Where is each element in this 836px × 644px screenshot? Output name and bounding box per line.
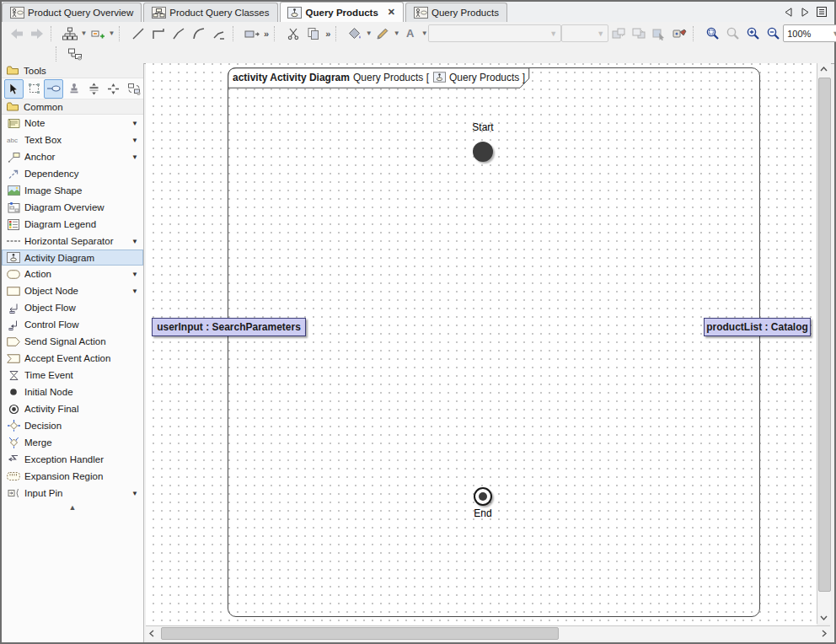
fit-shape-size-icon[interactable] (242, 24, 262, 43)
palette-scroll-up-button[interactable]: ▲ (2, 502, 143, 513)
palette-item-expansion-region[interactable]: Expansion Region (2, 468, 143, 485)
activity-final-node[interactable] (474, 487, 492, 506)
palette-item-exception-handler[interactable]: Exception Handler (2, 451, 143, 468)
chevron-down-icon[interactable]: ▼ (131, 120, 143, 127)
copy-icon[interactable] (303, 24, 324, 43)
palette-item-note[interactable]: Note ▼ (2, 115, 143, 131)
magnet-tool[interactable] (104, 79, 124, 99)
back-icon[interactable] (7, 24, 27, 43)
format-copier-icon[interactable] (669, 24, 689, 43)
diagram-canvas[interactable]: activity Activity Diagram Query Products… (146, 63, 817, 625)
font-color-icon[interactable]: A (400, 24, 421, 43)
scroll-up-icon[interactable] (817, 63, 830, 75)
palette-item-dependency[interactable]: Dependency (2, 165, 143, 182)
activity-diagram-frame[interactable] (228, 67, 760, 617)
more-buttons-icon[interactable]: » (324, 29, 332, 39)
send-to-back-icon[interactable] (629, 24, 649, 43)
palette-item-send-signal-action[interactable]: Send Signal Action (2, 333, 143, 350)
font-name-combo[interactable]: ▼ (428, 24, 561, 42)
oblique-connector-style-icon[interactable] (169, 24, 189, 43)
next-tab-icon[interactable] (799, 6, 811, 19)
pan-tool[interactable] (44, 79, 63, 99)
bring-to-front-icon[interactable] (608, 24, 629, 43)
chevron-down-icon[interactable]: ▼ (131, 271, 143, 278)
tab-product-query-overview[interactable]: Product Query Overview (2, 3, 142, 22)
zoom-selection-icon[interactable] (722, 24, 742, 43)
palette-item-object-node[interactable]: Object Node ▼ (2, 282, 143, 299)
tab-query-products-usecase[interactable]: Query Products (405, 3, 507, 22)
object-node-userinput[interactable]: userInput : SearchParameters (152, 318, 306, 336)
previous-tab-icon[interactable] (782, 6, 794, 19)
palette-item-merge[interactable]: Merge (2, 434, 143, 451)
vertical-scrollbar-thumb[interactable] (818, 78, 831, 592)
palette-item-input-pin[interactable]: Input Pin ▼ (2, 485, 143, 502)
palette-section-activity-diagram[interactable]: Activity Diagram (2, 250, 143, 266)
layout-diagram-icon[interactable] (60, 24, 80, 43)
chevron-down-icon[interactable]: ▼ (131, 238, 143, 245)
zoom-level-combo[interactable]: 100%▼ (783, 24, 836, 42)
palette-item-horizontal-separator[interactable]: Horizontal Separator ▼ (2, 233, 143, 250)
palette-item-text-box[interactable]: abc Text Box ▼ (2, 131, 143, 148)
tab-query-products-activity[interactable]: Query Products ✕ (280, 2, 405, 22)
round-oblique-connector-style-icon[interactable] (209, 24, 229, 43)
sweeper-tool[interactable] (84, 79, 104, 99)
palette-item-activity-final[interactable]: Activity Final (2, 400, 143, 417)
zoom-out-icon[interactable] (763, 24, 783, 43)
chevron-down-icon[interactable]: ▼ (108, 30, 115, 37)
palette-item-decision[interactable]: Decision (2, 417, 143, 434)
palette-section-tools[interactable]: Tools (2, 63, 143, 78)
tab-list-icon[interactable] (816, 6, 828, 19)
horizontal-scrollbar-thumb[interactable] (161, 627, 559, 640)
palette-item-image-shape[interactable]: Image Shape (2, 182, 143, 199)
frame-title[interactable]: activity Activity Diagram Query Products… (233, 71, 525, 83)
chevron-down-icon[interactable]: ▼ (131, 137, 143, 144)
stamper-tool[interactable] (64, 79, 83, 99)
scroll-left-icon[interactable] (146, 626, 158, 640)
add-related-element-icon[interactable] (88, 24, 108, 43)
palette-item-initial-node[interactable]: Initial Node (2, 384, 143, 400)
chevron-down-icon[interactable]: ▼ (393, 30, 400, 37)
chevron-down-icon[interactable]: ▼ (131, 287, 143, 295)
chevron-down-icon[interactable]: ▼ (421, 30, 428, 37)
font-size-combo[interactable]: ▼ (561, 24, 608, 42)
tab-navigation (775, 2, 834, 22)
palette-item-object-flow[interactable]: Object Flow (2, 299, 143, 316)
select-in-browser-icon[interactable] (649, 24, 669, 43)
related-elements-icon[interactable] (65, 45, 85, 63)
palette-item-diagram-overview[interactable]: Diagram Overview (2, 199, 143, 216)
marquee-selection-tool[interactable] (24, 79, 44, 99)
rectilinear-connector-style-icon[interactable] (148, 24, 169, 43)
palette-item-accept-event-action[interactable]: Accept Event Action (2, 350, 143, 367)
horizontal-scrollbar[interactable] (146, 625, 830, 641)
curved-connector-style-icon[interactable] (189, 24, 209, 43)
tab-product-query-classes[interactable]: Product Query Classes (143, 3, 277, 22)
scroll-right-icon[interactable] (818, 626, 830, 640)
chevron-down-icon[interactable]: ▼ (365, 30, 372, 37)
cursor-tool[interactable] (4, 79, 24, 99)
initial-node[interactable] (473, 142, 493, 162)
palette-item-action[interactable]: Action ▼ (2, 266, 143, 282)
line-color-icon[interactable] (372, 24, 393, 43)
straight-connector-style-icon[interactable] (128, 24, 148, 43)
cut-icon[interactable] (283, 24, 303, 43)
palette-section-common[interactable]: Common (2, 99, 143, 115)
palette-item-time-event[interactable]: Time Event (2, 367, 143, 384)
forward-icon[interactable] (27, 24, 47, 43)
palette-item-anchor[interactable]: Anchor ▼ (2, 148, 143, 165)
palette-item-diagram-legend[interactable]: Diagram Legend (2, 216, 143, 233)
scroll-down-icon[interactable] (817, 612, 830, 624)
chevron-down-icon[interactable]: ▼ (131, 153, 143, 161)
chevron-down-icon[interactable]: ▼ (80, 30, 88, 37)
swap-diagram-element-tool[interactable] (124, 79, 143, 99)
toolbar-separator (233, 26, 239, 41)
more-buttons-icon[interactable]: » (262, 29, 271, 39)
fill-color-icon[interactable] (345, 24, 365, 43)
palette-item-control-flow[interactable]: Control Flow (2, 316, 143, 333)
object-node-productlist[interactable]: productList : Catalog (704, 318, 811, 336)
chevron-down-icon[interactable]: ▼ (131, 490, 143, 497)
toolbar-separator (51, 26, 57, 41)
zoom-in-icon[interactable] (742, 24, 763, 43)
close-tab-icon[interactable]: ✕ (388, 7, 395, 18)
vertical-scrollbar[interactable] (817, 63, 831, 624)
zoom-region-icon[interactable] (702, 24, 722, 43)
